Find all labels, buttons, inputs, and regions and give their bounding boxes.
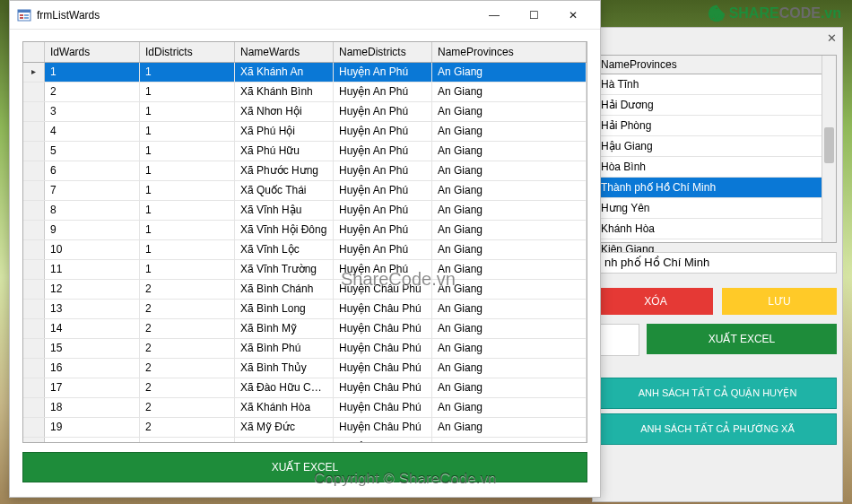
cell-namewards[interactable]: Xã Mỹ Đức <box>235 418 334 437</box>
table-row[interactable]: 122Xã Bình ChánhHuyện Châu PhúAn Giang <box>23 280 587 300</box>
cell-nameprovinces[interactable]: An Giang <box>432 102 587 121</box>
cell-namedistricts[interactable]: Huyện Châu Phú <box>334 319 432 338</box>
cell-iddistricts[interactable]: 2 <box>140 418 235 437</box>
cell-namewards[interactable]: Xã Nhơn Hội <box>235 102 334 121</box>
cell-namedistricts[interactable]: Huyện Châu Phú <box>334 398 432 417</box>
cell-namewards[interactable]: Xã Phú Hội <box>235 122 334 141</box>
cell-namedistricts[interactable]: Huyện An Phú <box>334 260 432 279</box>
row-header[interactable] <box>23 240 45 259</box>
cell-nameprovinces[interactable]: An Giang <box>432 240 587 259</box>
province-row[interactable]: Thành phố Hồ Chí Minh <box>594 178 836 198</box>
cell-namedistricts[interactable]: Huyện An Phú <box>334 102 432 121</box>
small-input[interactable] <box>598 324 639 356</box>
cell-namedistricts[interactable]: Huyện An Phú <box>334 201 432 220</box>
cell-nameprovinces[interactable]: An Giang <box>432 161 587 180</box>
col-nameprovinces[interactable]: NameProvinces <box>432 42 587 62</box>
table-row[interactable]: 182Xã Khánh HòaHuyện Châu PhúAn Giang <box>23 398 587 418</box>
cell-nameprovinces[interactable]: An Giang <box>432 122 587 141</box>
cell-idwards[interactable]: 19 <box>45 418 140 437</box>
row-header[interactable] <box>23 201 45 220</box>
province-name-input[interactable]: nh phố Hồ Chí Minh <box>598 252 837 274</box>
minimize-button[interactable]: — <box>474 2 514 29</box>
table-row[interactable]: 132Xã Bình LongHuyện Châu PhúAn Giang <box>23 300 587 319</box>
cell-idwards[interactable]: 12 <box>45 280 140 299</box>
cell-iddistricts[interactable]: 1 <box>140 102 235 121</box>
cell-namewards[interactable]: Xã Bình Chánh <box>235 280 334 299</box>
cell-iddistricts[interactable]: 1 <box>140 240 235 259</box>
cell-namewards[interactable]: Xã Mỹ Phú <box>235 438 334 443</box>
row-header[interactable] <box>23 300 45 318</box>
cell-nameprovinces[interactable]: An Giang <box>432 280 587 299</box>
titlebar[interactable]: frmListWards — ☐ ✕ <box>10 1 600 30</box>
cell-idwards[interactable]: 10 <box>45 240 140 259</box>
cell-idwards[interactable]: 3 <box>45 102 140 121</box>
cell-namedistricts[interactable]: Huyện An Phú <box>334 221 432 239</box>
table-row[interactable]: 111Xã Vĩnh TrườngHuyện An PhúAn Giang <box>23 260 587 280</box>
cell-iddistricts[interactable]: 2 <box>140 339 235 358</box>
cell-namedistricts[interactable]: Huyện Châu Phú <box>334 438 432 443</box>
province-row[interactable]: Hậu Giang <box>594 136 836 157</box>
cell-namewards[interactable]: Xã Bình Long <box>235 300 334 318</box>
cell-iddistricts[interactable]: 2 <box>140 398 235 417</box>
save-button[interactable]: LƯU <box>722 288 837 315</box>
cell-idwards[interactable]: 2 <box>45 83 140 101</box>
cell-iddistricts[interactable]: 1 <box>140 221 235 239</box>
cell-nameprovinces[interactable]: An Giang <box>432 300 587 318</box>
table-row[interactable]: 142Xã Bình MỹHuyện Châu PhúAn Giang <box>23 319 587 339</box>
cell-idwards[interactable]: 6 <box>45 161 140 180</box>
cell-namedistricts[interactable]: Huyện An Phú <box>334 142 432 161</box>
table-row[interactable]: 202Xã Mỹ PhúHuyện Châu PhúAn Giang <box>23 438 587 443</box>
cell-namewards[interactable]: Xã Đào Hữu Cảnh <box>235 378 334 397</box>
cell-namedistricts[interactable]: Huyện Châu Phú <box>334 300 432 318</box>
row-header[interactable] <box>23 319 45 338</box>
row-header[interactable] <box>23 221 45 239</box>
col-idwards[interactable]: IdWards <box>45 42 140 62</box>
cell-nameprovinces[interactable]: An Giang <box>432 359 587 378</box>
cell-idwards[interactable]: 9 <box>45 221 140 239</box>
cell-namewards[interactable]: Xã Bình Phú <box>235 339 334 358</box>
cell-nameprovinces[interactable]: An Giang <box>432 260 587 279</box>
cell-iddistricts[interactable]: 1 <box>140 122 235 141</box>
cell-namewards[interactable]: Xã Khánh An <box>235 63 334 82</box>
cell-iddistricts[interactable]: 2 <box>140 280 235 299</box>
wards-grid[interactable]: IdWards IdDistricts NameWards NameDistri… <box>22 41 587 443</box>
cell-namedistricts[interactable]: Huyện Châu Phú <box>334 378 432 397</box>
cell-namewards[interactable]: Xã Quốc Thái <box>235 181 334 200</box>
row-header[interactable] <box>23 161 45 180</box>
table-row[interactable]: 162Xã Bình ThủyHuyện Châu PhúAn Giang <box>23 359 587 378</box>
table-row[interactable]: 172Xã Đào Hữu CảnhHuyện Châu PhúAn Giang <box>23 378 587 398</box>
cell-idwards[interactable]: 16 <box>45 359 140 378</box>
cell-namewards[interactable]: Xã Bình Thủy <box>235 359 334 378</box>
cell-namedistricts[interactable]: Huyện An Phú <box>334 161 432 180</box>
row-header[interactable] <box>23 438 45 443</box>
delete-button[interactable]: XÓA <box>598 288 713 315</box>
table-row[interactable]: 31Xã Nhơn HộiHuyện An PhúAn Giang <box>23 102 587 122</box>
cell-iddistricts[interactable]: 1 <box>140 83 235 101</box>
cell-idwards[interactable]: 4 <box>45 122 140 141</box>
row-header[interactable] <box>23 339 45 358</box>
cell-idwards[interactable]: 1 <box>45 63 140 82</box>
table-row[interactable]: 11Xã Khánh AnHuyện An PhúAn Giang <box>23 63 587 83</box>
row-header[interactable] <box>23 260 45 279</box>
cell-nameprovinces[interactable]: An Giang <box>432 201 587 220</box>
cell-namewards[interactable]: Xã Phước Hưng <box>235 161 334 180</box>
cell-nameprovinces[interactable]: An Giang <box>432 398 587 417</box>
cell-idwards[interactable]: 8 <box>45 201 140 220</box>
cell-iddistricts[interactable]: 1 <box>140 161 235 180</box>
province-row[interactable]: Hòa Bình <box>594 157 836 178</box>
cell-iddistricts[interactable]: 2 <box>140 378 235 397</box>
province-row[interactable]: Hà Tĩnh <box>594 74 836 95</box>
province-row[interactable]: Hải Phòng <box>594 116 836 136</box>
province-row[interactable]: Hưng Yên <box>594 198 836 219</box>
cell-idwards[interactable]: 5 <box>45 142 140 161</box>
row-header[interactable] <box>23 142 45 161</box>
cell-namedistricts[interactable]: Huyện An Phú <box>334 240 432 259</box>
cell-namewards[interactable]: Xã Khánh Bình <box>235 83 334 101</box>
row-header[interactable] <box>23 398 45 417</box>
cell-idwards[interactable]: 7 <box>45 181 140 200</box>
cell-nameprovinces[interactable]: An Giang <box>432 418 587 437</box>
cell-nameprovinces[interactable]: An Giang <box>432 378 587 397</box>
cell-iddistricts[interactable]: 2 <box>140 300 235 318</box>
scrollbar[interactable] <box>822 56 836 242</box>
cell-namewards[interactable]: Xã Vĩnh Hậu <box>235 201 334 220</box>
